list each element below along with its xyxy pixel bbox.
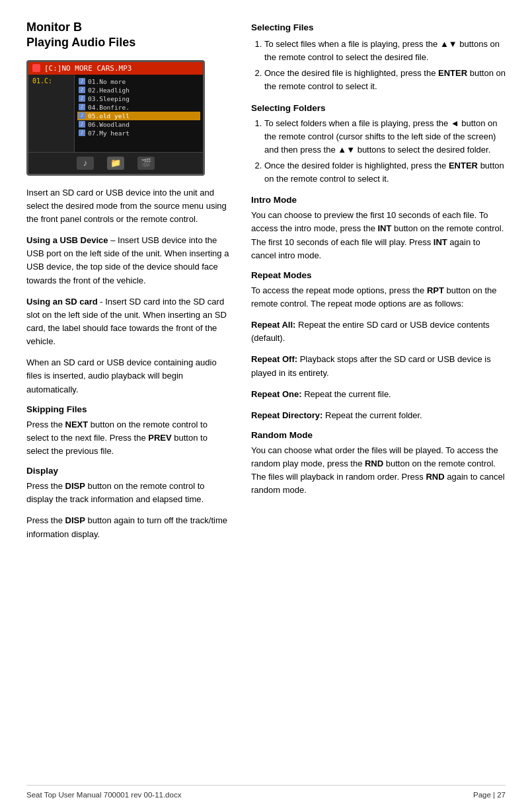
list-item: To select folders when a file is playing… [264, 117, 506, 157]
list-item: To select files when a file is playing, … [264, 38, 506, 64]
disp-label-1: DISP [65, 481, 85, 491]
selecting-files-list: To select files when a file is playing, … [264, 38, 506, 94]
list-item: ♪ 02.Headligh [77, 86, 200, 94]
list-item: ♪ 01.No more [77, 77, 200, 86]
rpt-label: RPT [427, 285, 444, 295]
next-label: NEXT [65, 420, 89, 429]
skipping-section: Skipping Files Press the NEXT button on … [26, 404, 231, 458]
repeat-off-heading: Repeat Off: [251, 354, 297, 364]
selecting-folders-heading: Selecting Folders [251, 103, 506, 113]
intro-mode-section: Intro Mode You can choose to preview the… [251, 195, 506, 262]
enter-label-2: ENTER [449, 161, 478, 170]
sd-paragraph: Using an SD card - Insert SD card into t… [26, 295, 231, 349]
music-icon: ♪ [79, 104, 85, 110]
music-icon: ♪ [79, 129, 85, 136]
page-title: Monitor B Playing Audio Files [26, 20, 231, 51]
repeat-one-heading: Repeat One: [251, 389, 302, 399]
repeat-all-heading: Repeat All: [251, 320, 295, 330]
selecting-files-heading: Selecting Files [251, 22, 506, 32]
rnd-label-2: RND [426, 472, 444, 482]
repeat-all-paragraph: Repeat All: Repeat the entire SD card or… [251, 318, 506, 345]
enter-label: ENTER [438, 68, 467, 78]
music-icon: ♪ [79, 95, 85, 102]
intro-mode-paragraph: You can choose to preview the first 10 s… [251, 209, 506, 262]
music-icon: ♪ [79, 78, 85, 85]
repeat-dir-heading: Repeat Directory: [251, 410, 323, 420]
page-footer: Seat Top User Manual 700001 rev 00-11.do… [26, 785, 506, 799]
music-ctrl-icon: ♪ [77, 157, 94, 170]
selecting-folders-list: To select folders when a file is playing… [264, 117, 506, 186]
display-heading: Display [26, 466, 231, 476]
footer-right: Page | 27 [473, 791, 506, 799]
random-mode-heading: Random Mode [251, 430, 506, 440]
title-line1: Monitor B [26, 20, 82, 34]
intro-mode-heading: Intro Mode [251, 195, 506, 205]
left-column: Monitor B Playing Audio Files [C:]NO MOR… [26, 20, 231, 785]
repeat-one-text: Repeat the current file. [304, 389, 391, 399]
selecting-folders-section: Selecting Folders To select folders when… [251, 103, 506, 186]
content-area: Monitor B Playing Audio Files [C:]NO MOR… [26, 20, 506, 785]
list-item: ♪ 03.Sleeping [77, 94, 200, 103]
repeat-modes-heading: Repeat Modes [251, 270, 506, 280]
display-section: Display Press the DISP button on the rem… [26, 466, 231, 541]
usb-heading: Using a USB Device [26, 235, 108, 245]
music-icon: ♪ [79, 121, 85, 128]
list-item: ♪ 04.Bonfire. [77, 103, 200, 112]
disp-label-2: DISP [65, 515, 85, 525]
int-label: INT [377, 223, 391, 233]
right-column: Selecting Files To select files when a f… [251, 20, 506, 785]
random-mode-section: Random Mode You can choose what order th… [251, 430, 506, 498]
list-item: Once the desired file is highlighted, pr… [264, 67, 506, 93]
display-paragraph-1: Press the DISP button on the remote cont… [26, 480, 231, 506]
random-mode-paragraph: You can choose what order the files will… [251, 444, 506, 498]
int-label-2: INT [434, 237, 447, 247]
repeat-dir-paragraph: Repeat Directory: Repeat the current fol… [251, 409, 506, 422]
repeat-one-paragraph: Repeat One: Repeat the current file. [251, 388, 506, 401]
rnd-label: RND [365, 459, 383, 468]
music-icon: ♪ [79, 112, 85, 119]
repeat-dir-text: Repeat the current folder. [325, 410, 422, 420]
folder-ctrl-icon: 📁 [107, 157, 124, 170]
monitor-controls: ♪ 📁 🎬 [28, 152, 203, 174]
sd-heading: Using an SD card [26, 297, 98, 307]
track-label: 01.C: [32, 77, 70, 85]
footer-left: Seat Top User Manual 700001 rev 00-11.do… [26, 791, 181, 799]
skipping-heading: Skipping Files [26, 404, 231, 414]
music-icon: ♪ [79, 87, 85, 93]
repeat-off-paragraph: Repeat Off: Playback stops after the SD … [251, 353, 506, 379]
when-paragraph: When an SD card or USB device containing… [26, 356, 231, 396]
monitor-display: [C:]NO MORE CARS.MP3 01.C: ♪ 01.No more … [26, 60, 205, 176]
record-icon [32, 64, 40, 72]
list-item-selected: ♪ 05.old yell [77, 112, 200, 120]
list-item: ♪ 07.My heart [77, 129, 200, 137]
display-paragraph-2: Press the DISP button again to turn off … [26, 514, 231, 540]
repeat-modes-paragraph: To access the repeat mode options, press… [251, 284, 506, 311]
list-item: ♪ 06.Woodland [77, 120, 200, 129]
page-container: Monitor B Playing Audio Files [C:]NO MOR… [0, 0, 532, 812]
prev-label: PREV [148, 433, 171, 443]
title-line2: Playing Audio Files [26, 36, 135, 49]
selecting-files-section: Selecting Files To select files when a f… [251, 22, 506, 94]
monitor-filename: [C:]NO MORE CARS.MP3 [44, 64, 132, 73]
list-item: Once the desired folder is highlighted, … [264, 159, 506, 186]
video-ctrl-icon: 🎬 [137, 157, 155, 170]
skipping-paragraph: Press the NEXT button on the remote cont… [26, 418, 231, 458]
intro-paragraph: Insert an SD card or USB device into the… [26, 186, 231, 226]
repeat-modes-section: Repeat Modes To access the repeat mode o… [251, 270, 506, 422]
monitor-top-bar: [C:]NO MORE CARS.MP3 [28, 62, 203, 75]
usb-paragraph: Using a USB Device – Insert USB device i… [26, 234, 231, 287]
